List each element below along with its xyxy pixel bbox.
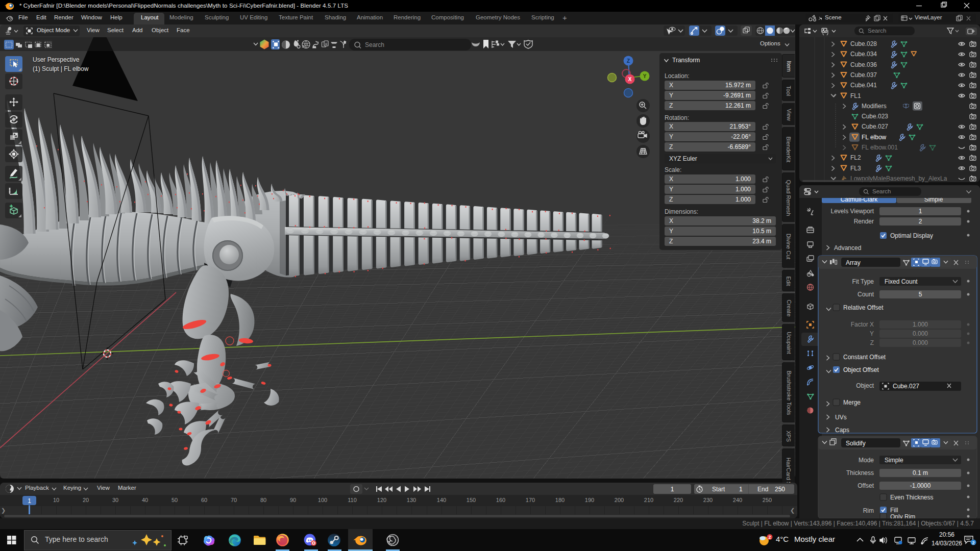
svg-text:Cube.034: Cube.034 <box>850 51 877 58</box>
svg-text:Search: Search <box>365 41 384 48</box>
svg-text:Only Rim: Only Rim <box>890 513 915 518</box>
svg-text:Solidify: Solidify <box>846 440 866 447</box>
svg-text:Catmull-Clark: Catmull-Clark <box>841 198 878 203</box>
svg-text:FL elbow: FL elbow <box>862 134 887 141</box>
svg-text:0.000: 0.000 <box>913 330 928 337</box>
svg-text:Even Thickness: Even Thickness <box>890 494 934 501</box>
svg-text:Object Offset: Object Offset <box>843 366 879 373</box>
svg-text:Render: Render <box>854 218 874 225</box>
svg-text:Cube.027: Cube.027 <box>862 123 888 130</box>
svg-text:Fill: Fill <box>890 507 898 514</box>
svg-text:FL elbow.001: FL elbow.001 <box>862 144 898 151</box>
svg-text:1: 1 <box>919 208 922 215</box>
svg-text:Y: Y <box>870 330 874 337</box>
svg-text:Fit Type: Fit Type <box>852 278 874 285</box>
svg-text:Caps: Caps <box>835 427 849 434</box>
svg-text:FL2: FL2 <box>850 154 861 161</box>
svg-text:2: 2 <box>768 535 771 540</box>
svg-text:0.1 m: 0.1 m <box>913 469 928 477</box>
svg-text:0.000: 0.000 <box>913 339 928 346</box>
svg-text:Simple: Simple <box>885 457 903 464</box>
svg-text:Array: Array <box>846 259 861 266</box>
svg-text:FL1: FL1 <box>850 92 861 99</box>
svg-text:1.000: 1.000 <box>913 321 928 328</box>
svg-text:Levels Viewport: Levels Viewport <box>831 208 874 215</box>
svg-text:Z: Z <box>627 58 630 64</box>
svg-text:Mode: Mode <box>859 457 874 464</box>
svg-text:-1.0000: -1.0000 <box>910 482 931 489</box>
svg-text:Offset: Offset <box>857 482 874 489</box>
svg-text:Advanced: Advanced <box>834 244 861 252</box>
svg-text:Y: Y <box>643 73 647 79</box>
svg-text:FL3: FL3 <box>850 165 861 172</box>
svg-text:Rim: Rim <box>863 507 874 514</box>
svg-text:5: 5 <box>919 291 922 298</box>
svg-text:Constant Offset: Constant Offset <box>843 354 886 361</box>
svg-text:Cube.037: Cube.037 <box>850 71 877 79</box>
svg-text:X: X <box>628 77 632 82</box>
svg-text:Object: Object <box>856 382 874 389</box>
svg-text:2: 2 <box>919 218 922 225</box>
svg-text:2: 2 <box>972 540 974 545</box>
svg-text:UVs: UVs <box>835 414 847 421</box>
svg-text:Simple: Simple <box>924 198 943 203</box>
svg-text:Cube.041: Cube.041 <box>850 82 877 89</box>
svg-text:Relative Offset: Relative Offset <box>843 304 884 311</box>
svg-text:Cube.036: Cube.036 <box>850 61 877 68</box>
svg-text:Merge: Merge <box>843 399 861 406</box>
svg-text:Optimal Display: Optimal Display <box>890 232 933 239</box>
svg-text:Modifiers: Modifiers <box>862 103 887 110</box>
svg-text:Count: Count <box>857 291 874 298</box>
svg-text:Factor X: Factor X <box>851 321 874 328</box>
svg-text:Fixed Count: Fixed Count <box>885 278 918 285</box>
svg-text:Cube.027: Cube.027 <box>893 383 919 390</box>
svg-text:Cube.028: Cube.028 <box>850 40 877 47</box>
svg-text:Thickness: Thickness <box>846 469 874 477</box>
svg-text:Z: Z <box>870 339 874 346</box>
svg-text:Cube.023: Cube.023 <box>862 113 888 120</box>
